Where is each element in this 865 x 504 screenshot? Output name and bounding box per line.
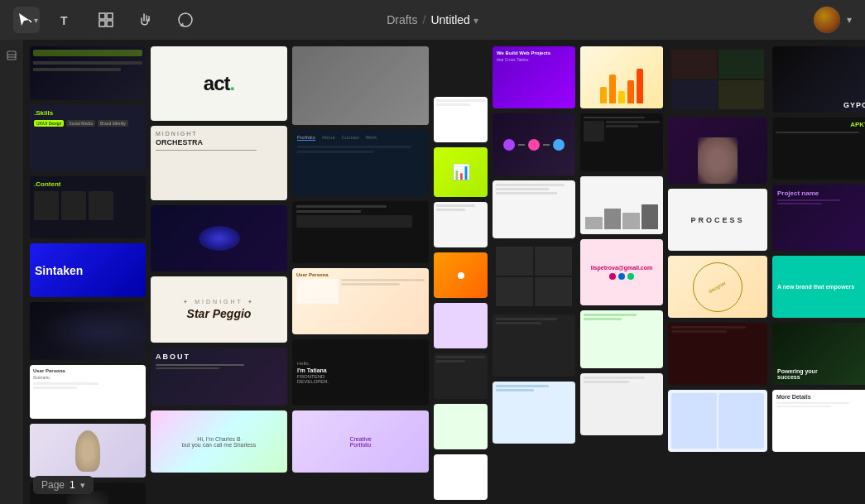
tile-dark-form[interactable] <box>292 201 429 263</box>
svg-rect-6 <box>7 51 16 60</box>
tile-narrow-4[interactable] <box>434 202 488 247</box>
tile-charles-gradient[interactable]: Hi, I'm Charles Bbut you can call me Sha… <box>151 410 287 473</box>
tile-narrow-2[interactable] <box>434 97 488 142</box>
pages-icon <box>6 50 17 61</box>
tile-dark-workflow[interactable] <box>493 113 575 175</box>
tile-email-pink[interactable]: lispetrova@gmail.com <box>580 239 663 305</box>
tile-portrait[interactable] <box>30 424 146 478</box>
column-7: PROCESS designer <box>668 46 767 497</box>
user-avatar-button[interactable] <box>814 7 840 33</box>
column-1: .Skills UX/UI Design Social Media Brand … <box>30 46 146 497</box>
tile-persona[interactable]: User Persona Scenario <box>30 365 146 419</box>
toolbar-right: ▾ <box>814 7 852 33</box>
sintaken-text: Sintaken <box>35 264 83 277</box>
tile-narrow-5[interactable] <box>434 252 488 298</box>
left-panel-pages[interactable] <box>2 46 21 65</box>
tile-eye-visual[interactable] <box>151 205 287 271</box>
svg-text:T: T <box>60 14 68 27</box>
tile-narrow-3[interactable]: 📊 <box>434 147 488 197</box>
left-panel <box>0 40 23 504</box>
column-5: We Build Web Projects that Cross Tables <box>493 46 575 497</box>
tile-dark-grid[interactable] <box>493 243 575 310</box>
tile-purple-web[interactable]: We Build Web Projects that Cross Tables <box>493 46 575 108</box>
breadcrumb: Drafts / Untitled <box>387 13 478 26</box>
tile-apkt-dark[interactable]: APKT <box>772 118 865 180</box>
tile-narrow-1[interactable] <box>434 46 488 92</box>
avatar-dropdown-arrow[interactable]: ▾ <box>847 14 852 26</box>
tile-hello-developer[interactable]: Hello, I'm Tatiana FRONTENDDEVELOPER. <box>292 339 429 406</box>
tile-purple-bg[interactable]: CreativePortfolio <box>292 410 429 473</box>
design-mosaic: .Skills UX/UI Design Social Media Brand … <box>23 40 865 504</box>
tile-skills[interactable]: .Skills UX/UI Design Social Media Brand … <box>30 105 146 171</box>
column-2: act. MIDNIGHT ORCHESTRA <box>151 46 287 497</box>
breadcrumb-title[interactable]: Untitled <box>430 13 478 26</box>
skills-label: .Skills <box>34 109 142 117</box>
svg-rect-2 <box>107 13 113 19</box>
shapes-icon <box>98 12 114 28</box>
tile-narrow-6[interactable] <box>434 303 488 348</box>
breadcrumb-drafts[interactable]: Drafts <box>387 13 417 26</box>
content-label: .Content <box>34 180 142 188</box>
tile-narrow-9[interactable] <box>434 454 488 500</box>
comment-tool-button[interactable] <box>172 7 199 33</box>
tile-circular-badge[interactable]: designer <box>668 256 767 318</box>
canvas-area: .Skills UX/UI Design Social Media Brand … <box>0 40 865 504</box>
text-tool-button[interactable]: T <box>53 7 79 33</box>
select-tool-button[interactable]: ▾ <box>13 7 40 33</box>
svg-point-5 <box>179 13 192 26</box>
select-dropdown-arrow[interactable]: ▾ <box>34 16 38 25</box>
tile-content[interactable]: .Content <box>30 176 146 238</box>
shapes-tool-button[interactable] <box>93 7 119 33</box>
tile-dark-dashboard[interactable] <box>580 113 663 171</box>
tile-dark-photo[interactable] <box>30 302 146 360</box>
tile-starpeggio[interactable]: ✦ MIDNIGHT ✦ Star Peggio <box>151 276 287 343</box>
title-dropdown-chevron[interactable] <box>473 13 478 26</box>
tile-act-logo[interactable]: act. <box>151 46 287 121</box>
tile-project-name[interactable]: Project name <box>772 185 865 251</box>
project-name-text: Project name <box>777 190 865 197</box>
tile-light-cards[interactable] <box>668 390 767 452</box>
starpeggio-text: Star Peggio <box>187 307 252 320</box>
page-indicator[interactable]: Page 1 ▾ <box>33 476 94 494</box>
page-dropdown[interactable]: ▾ <box>80 480 85 491</box>
tile-bar-chart[interactable] <box>580 46 663 108</box>
text-icon: T <box>58 12 74 28</box>
tile-light-green[interactable] <box>580 310 663 368</box>
tile-gypo-dark[interactable]: GYPO <box>772 46 865 113</box>
column-4: 📊 <box>434 46 488 497</box>
canvas-content[interactable]: .Skills UX/UI Design Social Media Brand … <box>23 40 865 504</box>
tile-process[interactable]: PROCESS <box>668 189 767 251</box>
avatar-image <box>814 7 840 33</box>
process-text: PROCESS <box>690 216 744 224</box>
powering-text: Powering yoursuccess <box>777 368 865 380</box>
tile-light-design[interactable] <box>493 180 575 238</box>
tile-powering-success[interactable]: Powering yoursuccess <box>772 323 865 385</box>
tile-dark-minimal[interactable] <box>493 314 575 377</box>
tile-dark-nav[interactable]: Portfolio About Contact Work <box>292 130 429 196</box>
tile-sintaken[interactable]: Sintaken <box>30 243 146 297</box>
tile-light-chart[interactable] <box>580 176 663 234</box>
tile-new-brand[interactable]: A new brand that empowers <box>772 256 865 318</box>
tile-midnight-orchestra[interactable]: MIDNIGHT ORCHESTRA <box>151 126 287 200</box>
hand-icon <box>137 12 154 28</box>
tile-woman-purple[interactable] <box>668 118 767 184</box>
charles-text: Hi, I'm Charles Bbut you can call me Sha… <box>182 436 257 448</box>
tile-photo-dark[interactable] <box>292 46 429 125</box>
tile-narrow-7[interactable] <box>434 353 488 399</box>
svg-rect-1 <box>99 13 105 19</box>
midnight-label: MIDNIGHT <box>156 131 282 137</box>
tile-light-info[interactable] <box>493 382 575 444</box>
tile-dark-top[interactable] <box>30 46 146 100</box>
gypo-text: GYPO <box>843 101 865 109</box>
tile-about-visual[interactable]: ABOUT <box>151 348 287 406</box>
purple-web-text: We Build Web Projects <box>497 50 571 55</box>
tile-light-info2[interactable] <box>580 373 663 435</box>
tile-more-details[interactable]: More Details <box>772 390 865 452</box>
hand-tool-button[interactable] <box>132 7 159 33</box>
page-label: Page <box>41 479 65 491</box>
tile-dark-minimal2[interactable] <box>668 323 767 385</box>
tile-persona-light[interactable]: User Persona <box>292 268 429 334</box>
tile-narrow-8[interactable] <box>434 404 488 449</box>
more-details-text: More Details <box>776 394 865 400</box>
tile-project-cards[interactable] <box>668 46 767 113</box>
